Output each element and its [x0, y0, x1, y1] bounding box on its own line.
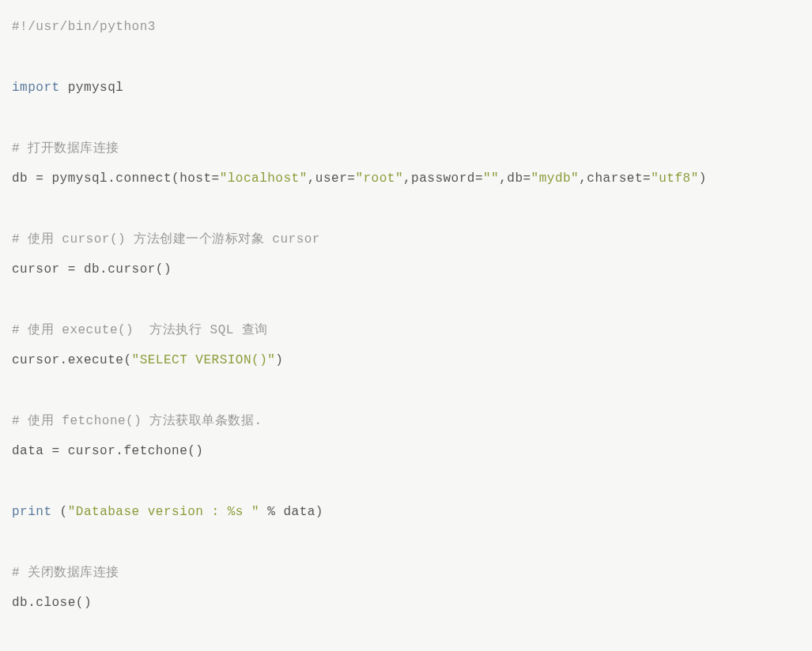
- string-text: "utf8": [651, 171, 699, 186]
- blank-line: [12, 285, 800, 315]
- comment-text: #!/usr/bin/python3: [12, 20, 156, 34]
- code-text: ,charset=: [579, 171, 651, 186]
- blank-line: [12, 103, 800, 133]
- code-line-comment: # 使用 fetchone() 方法获取单条数据.: [12, 406, 800, 436]
- code-line-execute: cursor.execute("SELECT VERSION()"): [12, 345, 800, 375]
- string-text: "SELECT VERSION()": [132, 353, 276, 367]
- code-text: % data): [259, 505, 323, 519]
- string-text: "": [483, 171, 499, 186]
- comment-text: # 打开数据库连接: [12, 141, 119, 156]
- code-line-comment: # 关闭数据库连接: [12, 558, 800, 588]
- code-line-fetchone: data = cursor.fetchone(): [12, 436, 800, 466]
- blank-line: [12, 528, 800, 558]
- code-line-connect: db = pymysql.connect(host="localhost",us…: [12, 164, 800, 194]
- comment-text: # 使用 cursor() 方法创建一个游标对象 cursor: [12, 232, 320, 246]
- code-line-comment: # 打开数据库连接: [12, 134, 800, 164]
- keyword-text: import: [12, 81, 60, 95]
- code-text: ): [275, 353, 283, 367]
- code-text: ): [699, 171, 707, 186]
- code-text: ,db=: [499, 171, 531, 186]
- keyword-text: print: [12, 505, 52, 519]
- string-text: "localhost": [220, 171, 308, 186]
- code-text: cursor = db.cursor(): [12, 262, 172, 277]
- code-text: (: [52, 505, 68, 519]
- code-text: data = cursor.fetchone(): [12, 444, 203, 458]
- code-block: #!/usr/bin/python3 import pymysql # 打开数据…: [12, 12, 800, 619]
- comment-text: # 使用 execute() 方法执行 SQL 查询: [12, 323, 268, 337]
- blank-line: [12, 467, 800, 497]
- blank-line: [12, 42, 800, 72]
- string-text: "root": [355, 171, 403, 186]
- comment-text: # 关闭数据库连接: [12, 566, 119, 580]
- blank-line: [12, 194, 800, 224]
- code-text: db.close(): [12, 596, 92, 610]
- code-text: ,password=: [403, 171, 483, 186]
- code-line-import: import pymysql: [12, 73, 800, 103]
- code-line-comment: # 使用 cursor() 方法创建一个游标对象 cursor: [12, 224, 800, 254]
- code-line-close: db.close(): [12, 588, 800, 618]
- code-line-print: print ("Database version : %s " % data): [12, 497, 800, 527]
- code-line-comment: # 使用 execute() 方法执行 SQL 查询: [12, 315, 800, 345]
- blank-line: [12, 376, 800, 406]
- string-text: "Database version : %s ": [68, 505, 259, 519]
- string-text: "mydb": [531, 171, 580, 186]
- code-text: ,user=: [308, 171, 356, 186]
- code-line-cursor: cursor = db.cursor(): [12, 254, 800, 284]
- code-text: pymysql: [60, 81, 124, 95]
- code-line-shebang: #!/usr/bin/python3: [12, 12, 800, 42]
- code-text: db = pymysql.connect(host=: [12, 171, 220, 186]
- code-text: cursor.execute(: [12, 353, 132, 367]
- comment-text: # 使用 fetchone() 方法获取单条数据.: [12, 414, 262, 428]
